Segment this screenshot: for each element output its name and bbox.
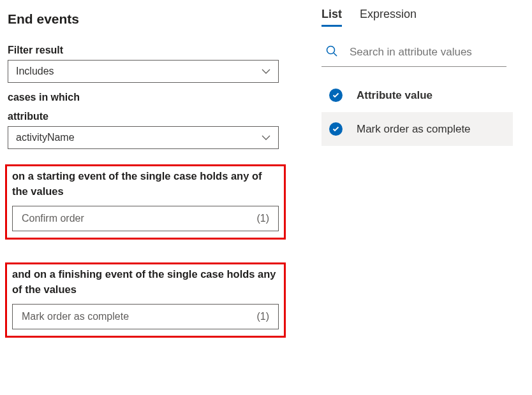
search-row (321, 45, 506, 67)
filter-result-value: Includes (16, 66, 54, 77)
cases-in-which-label: cases in which (8, 92, 300, 103)
starting-event-section: on a starting event of the single case h… (5, 164, 286, 240)
finishing-value-count: (1) (256, 311, 269, 322)
svg-point-0 (327, 47, 335, 54)
filter-result-label: Filter result (8, 45, 300, 56)
tab-expression[interactable]: Expression (360, 8, 417, 27)
finishing-value-box[interactable]: Mark order as complete (1) (12, 304, 279, 329)
filter-result-dropdown[interactable]: Includes (8, 60, 279, 83)
starting-value-count: (1) (256, 213, 269, 224)
finishing-event-section: and on a finishing event of the single c… (5, 262, 286, 338)
search-input[interactable] (350, 46, 506, 59)
finishing-event-label: and on a finishing event of the single c… (12, 267, 279, 298)
tab-list[interactable]: List (321, 8, 342, 27)
page-title: End events (8, 11, 300, 27)
tabs: List Expression (321, 8, 529, 27)
finishing-value-text: Mark order as complete (22, 311, 129, 322)
starting-value-text: Confirm order (22, 213, 84, 224)
chevron-down-icon (262, 133, 270, 142)
attribute-value-header-text: Attribute value (357, 89, 432, 102)
svg-line-1 (334, 53, 337, 56)
check-icon (329, 89, 343, 102)
search-icon (325, 45, 338, 60)
attribute-label: attribute (8, 111, 300, 122)
attribute-value-row[interactable]: Mark order as complete (321, 112, 513, 146)
starting-value-box[interactable]: Confirm order (1) (12, 206, 279, 231)
attribute-value-header[interactable]: Attribute value (321, 89, 529, 102)
attribute-dropdown[interactable]: activityName (8, 126, 279, 149)
check-icon (329, 122, 343, 136)
starting-event-label: on a starting event of the single case h… (12, 169, 279, 199)
attribute-value-item-text: Mark order as complete (357, 123, 471, 136)
chevron-down-icon (262, 67, 270, 76)
attribute-value: activityName (16, 132, 75, 143)
